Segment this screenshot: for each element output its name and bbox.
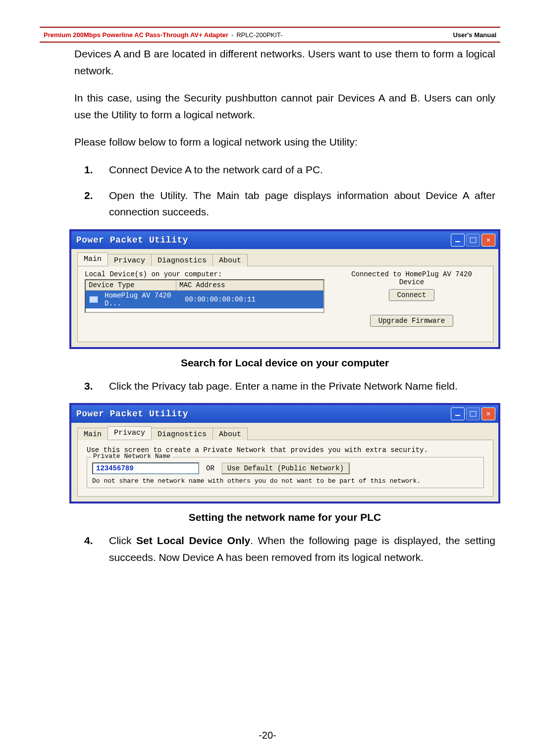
device-type-cell: HomePlug AV 7420 D... bbox=[102, 291, 182, 308]
caption-local-device: Search for Local device on your computer bbox=[74, 357, 495, 369]
window-titlebar: Power Packet Utility bbox=[71, 231, 498, 249]
step-1-number: 1. bbox=[84, 161, 93, 178]
page-number: -20- bbox=[0, 730, 535, 741]
step-2: 2. Open the Utility. The Main tab page d… bbox=[74, 187, 495, 220]
manual-label: User's Manual bbox=[453, 31, 496, 39]
step-3: 3. Click the Privacy tab page. Enter a n… bbox=[74, 378, 495, 395]
tab-main-2[interactable]: Main bbox=[77, 428, 108, 440]
column-device-type[interactable]: Device Type bbox=[86, 280, 176, 290]
step-4: 4. Click Set Local Device Only. When the… bbox=[74, 532, 495, 565]
connection-status: Connected to HomePlug AV 7420 Device bbox=[337, 270, 486, 286]
tab-privacy[interactable]: Privacy bbox=[107, 254, 152, 266]
step-3-number: 3. bbox=[84, 378, 93, 395]
step-2-text: Open the Utility. The Main tab page disp… bbox=[109, 190, 495, 218]
use-default-button[interactable]: Use Default (Public Network) bbox=[221, 462, 350, 474]
maximize-button[interactable] bbox=[466, 234, 480, 247]
or-label: OR bbox=[206, 464, 214, 472]
maximize-button-2[interactable] bbox=[466, 407, 480, 420]
model-code: RPLC-200PKIT- bbox=[236, 31, 282, 39]
local-devices-label: Local Device(s) on your computer: bbox=[85, 270, 324, 278]
tab-about[interactable]: About bbox=[213, 254, 248, 266]
paragraph-intro-3: Please follow below to form a logical ne… bbox=[74, 134, 495, 151]
device-mac-cell: 00:00:00:00:00:11 bbox=[182, 295, 259, 304]
caption-network-name: Setting the network name for your PLC bbox=[74, 511, 495, 523]
paragraph-intro-2: In this case, using the Security pushbut… bbox=[74, 90, 495, 123]
connect-button[interactable]: Connect bbox=[389, 289, 435, 301]
privacy-note: Do not share the network name with other… bbox=[92, 474, 479, 485]
tab-about-2[interactable]: About bbox=[213, 428, 248, 440]
private-network-groupbox: Private Network Name 123456789 OR Use De… bbox=[87, 457, 484, 488]
groupbox-legend: Private Network Name bbox=[91, 453, 172, 460]
close-button[interactable] bbox=[482, 234, 495, 247]
document-header: Premium 200Mbps Powerline AC Pass-Throug… bbox=[40, 27, 500, 43]
tab-strip-2: Main Privacy Diagnostics About bbox=[77, 426, 493, 440]
product-name: Premium 200Mbps Powerline AC Pass-Throug… bbox=[44, 31, 228, 39]
window-title: Power Packet Utility bbox=[76, 235, 188, 245]
column-mac-address[interactable]: MAC Address bbox=[176, 280, 323, 290]
step-2-number: 2. bbox=[84, 187, 93, 204]
header-dash: - bbox=[231, 31, 233, 39]
tab-strip: Main Privacy Diagnostics About bbox=[77, 252, 493, 266]
tab-diagnostics-2[interactable]: Diagnostics bbox=[151, 428, 213, 440]
device-icon bbox=[86, 294, 102, 305]
step-4-number: 4. bbox=[84, 532, 93, 549]
minimize-button-2[interactable] bbox=[451, 407, 465, 420]
screenshot-main-tab: Power Packet Utility Main Privacy Diagno… bbox=[69, 229, 500, 349]
step-1: 1. Connect Device A to the network card … bbox=[74, 161, 495, 178]
minimize-button[interactable] bbox=[451, 234, 465, 247]
private-network-name-input[interactable]: 123456789 bbox=[92, 462, 199, 474]
screenshot-privacy-tab: Power Packet Utility Main Privacy Diagno… bbox=[69, 403, 500, 504]
window-title-2: Power Packet Utility bbox=[76, 409, 188, 419]
step-1-text: Connect Device A to the network card of … bbox=[109, 164, 323, 175]
tab-privacy-2[interactable]: Privacy bbox=[107, 426, 152, 440]
device-list[interactable]: Device Type MAC Address HomePlug AV 7420… bbox=[85, 279, 324, 313]
step-3-text: Click the Privacy tab page. Enter a name… bbox=[109, 380, 458, 392]
tab-diagnostics[interactable]: Diagnostics bbox=[151, 254, 213, 266]
upgrade-firmware-button[interactable]: Upgrade Firmware bbox=[370, 315, 453, 327]
step-4-bold: Set Local Device Only bbox=[136, 535, 250, 546]
window-titlebar-2: Power Packet Utility bbox=[71, 405, 498, 423]
close-button-2[interactable] bbox=[482, 407, 495, 420]
device-row[interactable]: HomePlug AV 7420 D... 00:00:00:00:00:11 bbox=[86, 291, 323, 308]
step-4-text-a: Click bbox=[109, 535, 136, 546]
tab-main[interactable]: Main bbox=[77, 252, 108, 266]
paragraph-intro-1: Devices A and B are located in different… bbox=[74, 46, 495, 79]
